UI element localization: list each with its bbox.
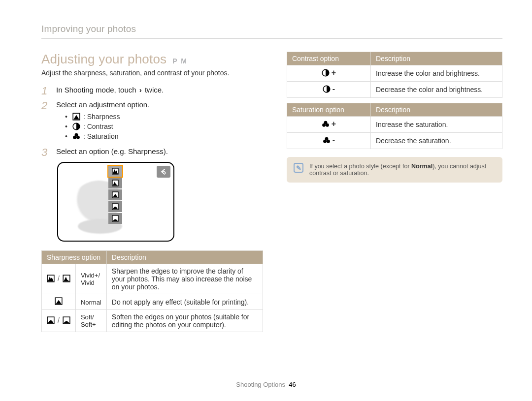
bullet-sharpness: : Sharpness xyxy=(65,113,263,121)
bullet-contrast: : Contrast xyxy=(65,123,263,130)
row-desc: Decrease the color and brightness. xyxy=(371,82,502,98)
note-text: If you select a photo style (except for … xyxy=(309,163,496,177)
step-number: 3 xyxy=(41,147,50,158)
row-label: Normal xyxy=(81,299,101,306)
sharp-normal-icon xyxy=(55,297,63,305)
table-row: Normal Do not apply any effect (suitable… xyxy=(42,294,263,310)
option-strip xyxy=(108,166,123,224)
back-button[interactable] xyxy=(157,166,170,178)
option-vivid2[interactable] xyxy=(108,166,122,177)
note-icon: ✎ xyxy=(294,163,303,173)
saturation-icon xyxy=(322,120,330,128)
bullet-saturation: : Saturation xyxy=(65,132,263,140)
th-contrast-option: Contrast option xyxy=(287,52,371,65)
th-sharpness-option: Sharpness option xyxy=(42,251,107,264)
plus-sign: + xyxy=(332,120,336,128)
bullet-label: : Saturation xyxy=(83,132,119,140)
bullet-list: : Sharpness : Contrast : Saturation xyxy=(56,113,263,140)
saturation-table: Saturation option Description + Increase… xyxy=(287,103,502,149)
row-label: Soft/ Soft+ xyxy=(81,313,96,328)
divider xyxy=(41,38,502,39)
option-soft2[interactable] xyxy=(108,213,122,224)
option-normal[interactable] xyxy=(108,189,122,200)
step-number: 2 xyxy=(41,100,50,111)
th-saturation-option: Saturation option xyxy=(287,103,371,117)
minus-sign: - xyxy=(332,85,335,93)
step-text: In Shooting mode, touch xyxy=(56,86,138,94)
step-1: 1 In Shooting mode, touch › twice. xyxy=(41,86,263,96)
footer: Shooting Options 46 xyxy=(0,381,532,388)
bullet-label: : Contrast xyxy=(83,123,113,130)
table-row: + Increase the color and brightness. xyxy=(287,65,502,82)
modes-badge: P M xyxy=(172,57,188,65)
option-soft1[interactable] xyxy=(108,201,122,212)
table-row: / Soft/ Soft+ Soften the edges on your p… xyxy=(42,310,263,332)
bullet-label: : Sharpness xyxy=(83,113,120,121)
row-desc: Do not apply any effect (suitable for pr… xyxy=(106,294,263,310)
subheading: Adjust the sharpness, saturation, and co… xyxy=(41,69,263,77)
sharpness-icon xyxy=(72,113,80,121)
table-row: / Vivid+/ Vivid Sharpen the edges to imp… xyxy=(42,264,263,294)
contrast-icon xyxy=(322,69,330,77)
th-description: Description xyxy=(106,251,263,264)
title-text: Adjusting your photos xyxy=(41,52,166,67)
contrast-icon xyxy=(323,85,331,93)
sharp-vivid2-icon xyxy=(47,275,55,282)
step-2: 2 Select an adjustment option. : Sharpne… xyxy=(41,100,263,143)
row-desc: Increase the color and brightness. xyxy=(371,65,502,82)
row-desc: Decrease the saturation. xyxy=(371,133,502,149)
sharp-vivid1-icon xyxy=(63,275,70,282)
sharp-soft2-icon xyxy=(63,316,70,324)
note-box: ✎ If you select a photo style (except fo… xyxy=(287,157,502,183)
table-row: - Decrease the color and brightness. xyxy=(287,82,502,98)
row-label: Vivid+/ Vivid xyxy=(81,272,100,286)
step-text: Select an option (e.g. Sharpness). xyxy=(56,147,263,155)
camera-screen xyxy=(57,162,174,242)
plus-sign: + xyxy=(332,68,336,77)
row-desc: Increase the saturation. xyxy=(371,117,502,133)
breadcrumb: Improving your photos xyxy=(41,24,502,34)
step-number: 1 xyxy=(41,86,50,96)
contrast-icon xyxy=(72,123,80,130)
minus-sign: - xyxy=(332,136,335,145)
sharpness-table: Sharpness option Description / Vivid+/ V… xyxy=(41,250,263,332)
table-row: - Decrease the saturation. xyxy=(287,133,502,149)
steps-list: 1 In Shooting mode, touch › twice. 2 Sel… xyxy=(41,86,263,158)
row-desc: Sharpen the edges to improve the clarity… xyxy=(106,264,263,294)
step-3: 3 Select an option (e.g. Sharpness). xyxy=(41,147,263,158)
page-title: Adjusting your photos P M xyxy=(41,52,263,67)
page-number: 46 xyxy=(289,381,296,388)
th-description: Description xyxy=(371,103,502,117)
table-row: + Increase the saturation. xyxy=(287,117,502,133)
step-text: Select an adjustment option. xyxy=(56,100,149,109)
step-text: twice. xyxy=(143,86,164,94)
option-vivid1[interactable] xyxy=(108,178,122,188)
sharp-soft1-icon xyxy=(47,316,55,324)
chevron-icon: › xyxy=(138,86,143,94)
th-description: Description xyxy=(371,52,502,65)
saturation-icon xyxy=(323,136,331,144)
row-desc: Soften the edges on your photos (suitabl… xyxy=(106,310,263,332)
footer-section: Shooting Options xyxy=(236,381,285,388)
saturation-icon xyxy=(72,132,80,140)
contrast-table: Contrast option Description + Increase t… xyxy=(287,52,502,98)
